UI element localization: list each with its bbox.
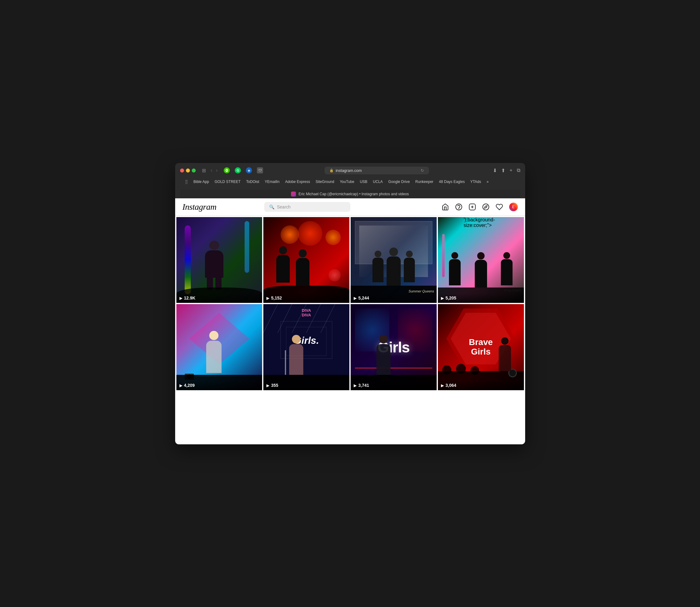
grid-item[interactable]: ▶ 4,209 (176, 304, 262, 390)
view-count: 4,209 (184, 383, 195, 388)
grid-item[interactable]: ');background-size:cover;"> (438, 217, 524, 303)
view-count: 3,064 (445, 383, 456, 388)
bookmarks-bar: ⣿ Bible App GOLD STREET ToDOist YEmailIn… (180, 177, 520, 187)
bookmark-runkeeper[interactable]: Runkeeper (413, 179, 436, 185)
apps-grid-icon[interactable]: ⣿ (185, 179, 188, 184)
svg-point-4 (483, 204, 489, 210)
tabs-overview-icon[interactable]: ⧉ (517, 168, 520, 173)
photo-grid: ▶ 12.9K (175, 216, 525, 392)
grid-item[interactable]: ▶ 12.9K (176, 217, 262, 303)
play-icon: ▶ (179, 383, 182, 388)
browser-window: ⊞ ‹ › G ◈ (175, 163, 525, 444)
svg-marker-5 (484, 205, 487, 208)
back-arrow-icon[interactable]: ‹ (210, 167, 214, 174)
grid-item-overlay: ▶ 5,244 (351, 293, 437, 303)
nav-arrows: ‹ › (210, 167, 219, 174)
toolbar-right: ⬇ ⬆ + ⧉ (493, 168, 520, 173)
bookmark-siteground[interactable]: SiteGround (313, 179, 337, 185)
grid-item[interactable]: ▶ 5,152 (263, 217, 349, 303)
grid-item-overlay: ▶ 355 (263, 380, 349, 390)
refresh-icon[interactable]: ↻ (421, 168, 424, 173)
grid-item-overlay: ▶ 12.9K (176, 293, 262, 303)
minimize-button[interactable] (186, 168, 190, 172)
grid-item-overlay: ▶ 5,205 (438, 293, 524, 303)
svg-point-0 (458, 208, 459, 209)
tab-favicon-instagram (291, 192, 296, 196)
brave-girls-text-overlay: Brave Girls (459, 338, 502, 357)
honey-extension-icon[interactable] (224, 167, 230, 173)
page-content: Instagram 🔍 Search (175, 198, 525, 444)
play-icon: ▶ (441, 383, 444, 388)
grid-item[interactable]: DIVADIVA Girls. ▶ 355 (263, 304, 349, 390)
bookmark-bible-app[interactable]: Bible App (191, 179, 212, 185)
summer-queens-label: Summer Queens (409, 289, 434, 293)
grid-item[interactable]: Brave Girls (438, 304, 524, 390)
play-icon: ▶ (266, 296, 269, 300)
profile-avatar[interactable]: E (509, 203, 518, 211)
view-count: 12.9K (184, 295, 195, 300)
shield-extension-icon[interactable]: 🛡 (257, 167, 263, 173)
tab-title: Eric Michael Cap (@ericmichaelcap) • Ins… (298, 192, 409, 196)
sidebar-toggle-icon[interactable]: ⊞ (202, 168, 206, 173)
view-count: 3,741 (358, 383, 369, 388)
view-count: 5,244 (358, 295, 369, 300)
bookmark-more[interactable]: » (484, 179, 491, 185)
home-icon[interactable] (442, 203, 449, 211)
address-bar[interactable]: 🔒 instagram.com ↻ (325, 167, 429, 174)
play-icon: ▶ (266, 383, 269, 388)
bookmark-ytads[interactable]: YTAds (468, 179, 483, 185)
forward-arrow-icon[interactable]: › (215, 167, 219, 174)
search-icon: 🔍 (269, 205, 275, 209)
instagram-logo[interactable]: Instagram (182, 202, 217, 212)
traffic-lights (180, 168, 196, 172)
explore-icon[interactable] (482, 203, 489, 211)
adblocker-extension-icon[interactable]: ◈ (246, 167, 252, 173)
bookmark-youtube[interactable]: YouTube (337, 179, 357, 185)
view-count: 355 (271, 383, 278, 388)
notifications-heart-icon[interactable] (496, 203, 503, 211)
bookmark-google-drive[interactable]: Google Drive (386, 179, 412, 185)
tab-bar: Eric Michael Cap (@ericmichaelcap) • Ins… (180, 190, 520, 198)
lock-icon: 🔒 (329, 168, 334, 172)
grid-item[interactable]: Summer Queens ▶ 5,244 (351, 217, 437, 303)
play-icon: ▶ (354, 296, 357, 300)
url-text: instagram.com (335, 168, 362, 173)
share-icon[interactable]: ⬆ (501, 168, 505, 173)
download-icon[interactable]: ⬇ (493, 168, 497, 173)
instagram-header: Instagram 🔍 Search (175, 198, 525, 216)
bookmark-usb[interactable]: USB (357, 179, 370, 185)
diva-text-overlay: DIVADIVA (302, 309, 311, 317)
play-icon: ▶ (441, 296, 444, 300)
bookmark-adobe-express[interactable]: Adobe Express (283, 179, 312, 185)
address-bar-container: 🔒 instagram.com ↻ (267, 167, 487, 174)
bookmark-gold-street[interactable]: GOLD STREET (212, 179, 243, 185)
bookmark-todoist[interactable]: ToDOist (244, 179, 262, 185)
grid-item-overlay: ▶ 5,152 (263, 293, 349, 303)
grammarly-extension-icon[interactable]: G (235, 167, 241, 173)
threads-icon[interactable] (455, 203, 462, 211)
grid-item-overlay: ▶ 3,064 (438, 380, 524, 390)
close-button[interactable] (180, 168, 184, 172)
bookmark-ucla[interactable]: UCLA (371, 179, 385, 185)
fullscreen-button[interactable] (192, 168, 196, 172)
create-icon[interactable] (468, 203, 476, 211)
play-icon: ▶ (354, 383, 357, 388)
bookmark-yemailin[interactable]: YEmailIn (262, 179, 282, 185)
extension-icons: G ◈ 🛡 (224, 167, 263, 173)
play-icon: ▶ (179, 296, 182, 300)
search-bar[interactable]: 🔍 Search (264, 202, 350, 212)
title-bar: ⊞ ‹ › G ◈ (175, 163, 525, 198)
view-count: 5,152 (271, 295, 282, 300)
instagram-nav-icons: E (442, 203, 518, 211)
grid-item[interactable]: Girls ▶ 3,741 (351, 304, 437, 390)
grid-item-overlay: ▶ 4,209 (176, 380, 262, 390)
search-placeholder-text: Search (277, 205, 290, 209)
grid-item-overlay: ▶ 3,741 (351, 380, 437, 390)
bookmark-48-days-eagles[interactable]: 48 Days Eagles (436, 179, 467, 185)
view-count: 5,205 (445, 295, 456, 300)
add-tab-icon[interactable]: + (509, 168, 512, 173)
